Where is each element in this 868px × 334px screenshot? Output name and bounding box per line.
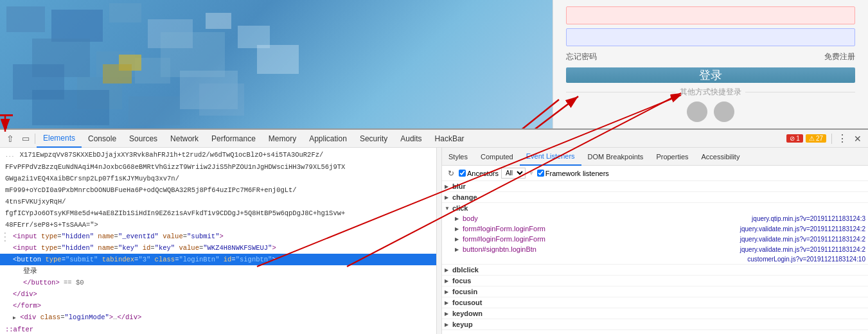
elem-line-5: 4tnsFVKUjxyRqH/ [0,196,436,207]
event-keyup-header[interactable]: ▶ keyup [442,319,868,330]
tab-security[interactable]: Security [353,130,394,148]
social-icon-2[interactable] [714,101,734,122]
forgot-password-link[interactable]: 忘记密码 [566,51,597,62]
tab-elements[interactable]: Elements [37,130,82,148]
event-click-header[interactable]: ▼ click [442,203,868,213]
devtools-more-btn[interactable]: ⋮ [835,131,850,146]
click-child-form1[interactable]: ▶ form#loginForm.loginForm jquery.valida… [452,224,868,234]
tab-hackbar[interactable]: HackBar [429,130,471,148]
tab-properties[interactable]: Properties [650,148,695,166]
form1-child-triangle-icon: ▶ [455,226,461,232]
event-dblclick-header[interactable]: ▶ dblclick [442,265,868,275]
body-child-link[interactable]: jquery.qtip.min.js?v=20191121183124:3 [752,215,865,222]
event-focus: ▶ focus [442,276,868,286]
focus-event-name: focus [452,277,471,285]
dblclick-triangle-icon: ▶ [445,267,451,273]
tab-sources[interactable]: Sources [123,130,164,148]
click-children: ▶ body jquery.qtip.min.js?v=201911211831… [442,213,868,264]
other-login-text: 其他方式快捷登录 [680,87,741,98]
tab-network[interactable]: Network [164,130,205,148]
elem-line-4: mF999+oYcDI0a9PxbMnrcbOONUBFueHa6P+odQcW… [0,184,436,196]
password-input-preview [566,28,855,46]
click-event-name: click [452,204,468,212]
elem-line-7: 48FErr/seP8+S+TsSAAA="> [0,219,436,231]
keyup-event-name: keyup [452,321,473,328]
devtools-panel: ⇧ ▭ Elements Console Sources Network Per… [0,128,868,334]
event-blur-header[interactable]: ▶ blur [442,181,868,191]
event-focusout-header[interactable]: ▶ focusout [442,297,868,308]
event-keydown-header[interactable]: ▶ keydown [442,308,868,319]
devtools-close-btn[interactable]: ✕ [850,131,865,146]
right-tabs: Styles Computed Event Listeners DOM Brea… [442,148,868,166]
elem-button-close[interactable]: </button> == $0 [0,277,436,288]
event-listeners-toolbar: ↻ Ancestors All ▼ Framework listeners [442,166,868,181]
right-panel: Styles Computed Event Listeners DOM Brea… [442,148,868,334]
event-keydown: ▶ keydown [442,308,868,319]
username-input-preview [566,6,855,24]
tab-accessibility[interactable]: Accessibility [695,148,747,166]
event-change: ▶ change [442,192,868,203]
event-blur: ▶ blur [442,181,868,192]
panel-scrollbar[interactable] [437,148,442,334]
website-preview-left [0,0,553,128]
elem-input-1[interactable]: <input type="hidden" name="_eventId" val… [0,231,436,242]
cursor-tool-btn[interactable]: ⇧ [3,131,18,146]
form2-child-triangle-icon: ▶ [455,236,461,242]
free-register-link[interactable]: 免费注册 [824,51,855,62]
tab-dom-breakpoints[interactable]: DOM Breakpoints [581,148,650,166]
elem-line-1: ... X171EwpzqVv87SKXXEbDJjajxXY3Rvk8ahFR… [0,149,436,161]
elements-panel: ... X171EwpzqVv87SKXXEbDJjajxXY3Rvk8ahFR… [0,148,437,334]
event-focus-header[interactable]: ▶ focus [442,276,868,286]
form2-child-link[interactable]: jquery.validate.min.js?v=20191121183124:… [740,236,865,243]
focusout-event-name: focusout [452,299,482,306]
warn-badge[interactable]: ⚠ 27 [806,134,826,143]
event-listeners-content: ▶ blur ▶ change ▼ click [442,181,868,334]
framework-checkbox-label[interactable]: Framework listeners [537,170,609,177]
elem-button-selected[interactable]: <button type="submit" tabindex="3" class… [0,254,436,265]
social-icon-1[interactable] [687,101,707,122]
blur-event-name: blur [452,182,466,190]
tab-computed[interactable]: Computed [474,148,520,166]
elem-after: ::after [0,324,436,334]
focus-triangle-icon: ▶ [445,278,451,284]
error-badge[interactable]: ⊘ 1 [786,134,803,143]
click-child-form2[interactable]: ▶ form#loginForm.loginForm jquery.valida… [452,234,868,244]
tab-performance[interactable]: Performance [205,130,262,148]
framework-checkbox[interactable] [537,170,544,177]
form1-child-link[interactable]: jquery.validate.min.js?v=20191121183124:… [740,225,865,233]
error-icon: ⊘ [790,135,795,142]
click-child-body[interactable]: ▶ body jquery.qtip.min.js?v=201911211831… [452,213,868,224]
keydown-triangle-icon: ▶ [445,311,451,317]
ancestors-label: Ancestors [467,170,499,177]
event-change-header[interactable]: ▶ change [442,192,868,202]
focusin-triangle-icon: ▶ [445,289,451,295]
tab-event-listeners[interactable]: Event Listeners [520,148,581,166]
refresh-listeners-btn[interactable]: ↻ [446,168,456,179]
elem-form-close: </form> [0,300,436,312]
ancestors-checkbox[interactable] [459,170,466,177]
form1-child-name: form#loginForm.loginForm [463,225,545,233]
device-tool-btn[interactable]: ▭ [18,131,33,146]
event-focusout: ▶ focusout [442,297,868,308]
elem-input-2[interactable]: <input type="hidden" name="key" id="key"… [0,242,436,254]
elem-loginmode[interactable]: ▶ <div class="loginMode">…</div> [0,312,436,324]
three-dots[interactable]: ··· [1,231,8,243]
keydown-event-name: keydown [452,310,483,317]
all-select[interactable]: All [501,168,526,179]
click-triangle-icon: ▼ [445,206,451,211]
tab-styles[interactable]: Styles [442,148,474,166]
customer-child-link[interactable]: customerLogin.js?v=20191121183124:10 [747,256,865,263]
login-button-preview[interactable]: 登录 [566,67,855,83]
tab-console[interactable]: Console [82,130,123,148]
event-focusin-header[interactable]: ▶ focusin [442,286,868,297]
ancestors-checkbox-label[interactable]: Ancestors [459,170,499,177]
click-child-customer[interactable]: customerLogin.js?v=20191121183124:10 [452,254,868,264]
elem-line-6: fgfICYpJo6OTsyKFM8e5d+w4aE8ZIb1SiHdIn9EZ… [0,207,436,219]
button-child-link[interactable]: jquery.validate.min.js?v=20191121183124:… [740,246,865,253]
focusin-event-name: focusin [452,288,477,295]
tab-memory[interactable]: Memory [262,130,303,148]
click-child-button[interactable]: ▶ button#signbtn.loginBtn jquery.validat… [452,244,868,254]
tab-application[interactable]: Application [303,130,353,148]
tab-audits[interactable]: Audits [394,130,428,148]
dblclick-event-name: dblclick [452,266,479,274]
